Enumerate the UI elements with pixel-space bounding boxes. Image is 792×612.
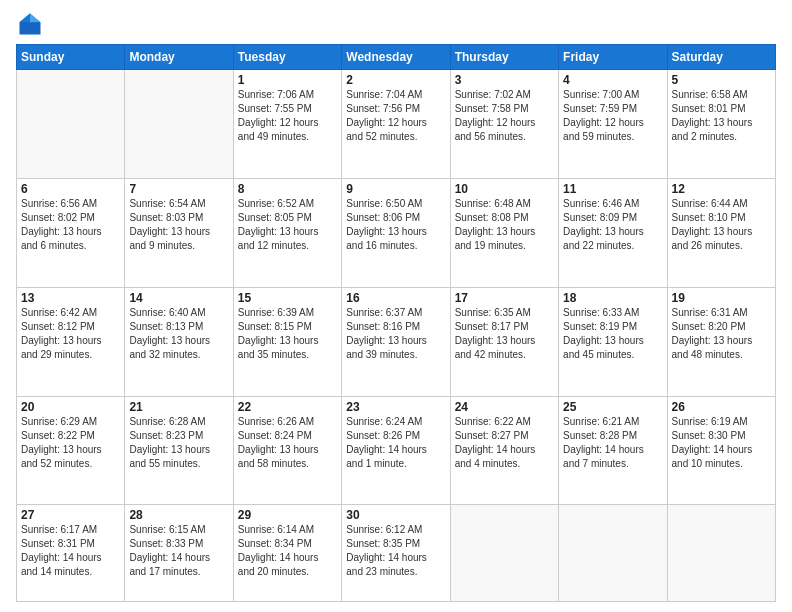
day-info: Sunrise: 6:52 AM Sunset: 8:05 PM Dayligh… bbox=[238, 197, 337, 253]
calendar-week-row: 6Sunrise: 6:56 AM Sunset: 8:02 PM Daylig… bbox=[17, 178, 776, 287]
svg-marker-1 bbox=[30, 14, 41, 23]
day-info: Sunrise: 6:24 AM Sunset: 8:26 PM Dayligh… bbox=[346, 415, 445, 471]
day-number: 3 bbox=[455, 73, 554, 87]
calendar-cell: 13Sunrise: 6:42 AM Sunset: 8:12 PM Dayli… bbox=[17, 287, 125, 396]
calendar-cell: 9Sunrise: 6:50 AM Sunset: 8:06 PM Daylig… bbox=[342, 178, 450, 287]
day-info: Sunrise: 6:42 AM Sunset: 8:12 PM Dayligh… bbox=[21, 306, 120, 362]
day-info: Sunrise: 6:26 AM Sunset: 8:24 PM Dayligh… bbox=[238, 415, 337, 471]
day-info: Sunrise: 6:35 AM Sunset: 8:17 PM Dayligh… bbox=[455, 306, 554, 362]
day-number: 24 bbox=[455, 400, 554, 414]
calendar-cell bbox=[17, 70, 125, 179]
calendar-header-sunday: Sunday bbox=[17, 45, 125, 70]
day-info: Sunrise: 7:04 AM Sunset: 7:56 PM Dayligh… bbox=[346, 88, 445, 144]
calendar-header-thursday: Thursday bbox=[450, 45, 558, 70]
day-info: Sunrise: 6:58 AM Sunset: 8:01 PM Dayligh… bbox=[672, 88, 771, 144]
day-info: Sunrise: 6:50 AM Sunset: 8:06 PM Dayligh… bbox=[346, 197, 445, 253]
day-number: 27 bbox=[21, 508, 120, 522]
calendar-cell: 27Sunrise: 6:17 AM Sunset: 8:31 PM Dayli… bbox=[17, 505, 125, 602]
day-info: Sunrise: 6:54 AM Sunset: 8:03 PM Dayligh… bbox=[129, 197, 228, 253]
day-info: Sunrise: 6:46 AM Sunset: 8:09 PM Dayligh… bbox=[563, 197, 662, 253]
day-number: 8 bbox=[238, 182, 337, 196]
day-number: 18 bbox=[563, 291, 662, 305]
day-number: 5 bbox=[672, 73, 771, 87]
day-info: Sunrise: 6:22 AM Sunset: 8:27 PM Dayligh… bbox=[455, 415, 554, 471]
calendar-cell: 18Sunrise: 6:33 AM Sunset: 8:19 PM Dayli… bbox=[559, 287, 667, 396]
day-number: 7 bbox=[129, 182, 228, 196]
calendar-cell: 11Sunrise: 6:46 AM Sunset: 8:09 PM Dayli… bbox=[559, 178, 667, 287]
calendar-cell: 21Sunrise: 6:28 AM Sunset: 8:23 PM Dayli… bbox=[125, 396, 233, 505]
header bbox=[16, 10, 776, 38]
day-number: 21 bbox=[129, 400, 228, 414]
day-info: Sunrise: 7:02 AM Sunset: 7:58 PM Dayligh… bbox=[455, 88, 554, 144]
day-number: 4 bbox=[563, 73, 662, 87]
day-number: 6 bbox=[21, 182, 120, 196]
day-number: 16 bbox=[346, 291, 445, 305]
calendar-cell bbox=[667, 505, 775, 602]
day-number: 26 bbox=[672, 400, 771, 414]
day-number: 22 bbox=[238, 400, 337, 414]
day-number: 19 bbox=[672, 291, 771, 305]
calendar-cell: 24Sunrise: 6:22 AM Sunset: 8:27 PM Dayli… bbox=[450, 396, 558, 505]
day-number: 28 bbox=[129, 508, 228, 522]
calendar-cell: 19Sunrise: 6:31 AM Sunset: 8:20 PM Dayli… bbox=[667, 287, 775, 396]
day-number: 13 bbox=[21, 291, 120, 305]
day-number: 20 bbox=[21, 400, 120, 414]
calendar-cell: 15Sunrise: 6:39 AM Sunset: 8:15 PM Dayli… bbox=[233, 287, 341, 396]
day-info: Sunrise: 6:21 AM Sunset: 8:28 PM Dayligh… bbox=[563, 415, 662, 471]
day-number: 1 bbox=[238, 73, 337, 87]
day-number: 25 bbox=[563, 400, 662, 414]
calendar-cell bbox=[125, 70, 233, 179]
day-number: 10 bbox=[455, 182, 554, 196]
day-info: Sunrise: 6:56 AM Sunset: 8:02 PM Dayligh… bbox=[21, 197, 120, 253]
calendar-week-row: 1Sunrise: 7:06 AM Sunset: 7:55 PM Daylig… bbox=[17, 70, 776, 179]
calendar-cell: 23Sunrise: 6:24 AM Sunset: 8:26 PM Dayli… bbox=[342, 396, 450, 505]
day-number: 14 bbox=[129, 291, 228, 305]
page: SundayMondayTuesdayWednesdayThursdayFrid… bbox=[0, 0, 792, 612]
day-number: 2 bbox=[346, 73, 445, 87]
day-number: 12 bbox=[672, 182, 771, 196]
day-info: Sunrise: 6:12 AM Sunset: 8:35 PM Dayligh… bbox=[346, 523, 445, 579]
calendar-week-row: 20Sunrise: 6:29 AM Sunset: 8:22 PM Dayli… bbox=[17, 396, 776, 505]
calendar-header-wednesday: Wednesday bbox=[342, 45, 450, 70]
calendar-cell: 17Sunrise: 6:35 AM Sunset: 8:17 PM Dayli… bbox=[450, 287, 558, 396]
day-number: 17 bbox=[455, 291, 554, 305]
calendar-cell: 16Sunrise: 6:37 AM Sunset: 8:16 PM Dayli… bbox=[342, 287, 450, 396]
day-info: Sunrise: 6:44 AM Sunset: 8:10 PM Dayligh… bbox=[672, 197, 771, 253]
calendar-cell: 7Sunrise: 6:54 AM Sunset: 8:03 PM Daylig… bbox=[125, 178, 233, 287]
calendar-table: SundayMondayTuesdayWednesdayThursdayFrid… bbox=[16, 44, 776, 602]
day-info: Sunrise: 6:40 AM Sunset: 8:13 PM Dayligh… bbox=[129, 306, 228, 362]
calendar-cell: 20Sunrise: 6:29 AM Sunset: 8:22 PM Dayli… bbox=[17, 396, 125, 505]
calendar-cell: 10Sunrise: 6:48 AM Sunset: 8:08 PM Dayli… bbox=[450, 178, 558, 287]
day-info: Sunrise: 6:28 AM Sunset: 8:23 PM Dayligh… bbox=[129, 415, 228, 471]
calendar-cell: 26Sunrise: 6:19 AM Sunset: 8:30 PM Dayli… bbox=[667, 396, 775, 505]
day-info: Sunrise: 6:33 AM Sunset: 8:19 PM Dayligh… bbox=[563, 306, 662, 362]
calendar-cell: 5Sunrise: 6:58 AM Sunset: 8:01 PM Daylig… bbox=[667, 70, 775, 179]
calendar-cell: 8Sunrise: 6:52 AM Sunset: 8:05 PM Daylig… bbox=[233, 178, 341, 287]
calendar-header-monday: Monday bbox=[125, 45, 233, 70]
day-number: 15 bbox=[238, 291, 337, 305]
calendar-cell: 12Sunrise: 6:44 AM Sunset: 8:10 PM Dayli… bbox=[667, 178, 775, 287]
day-number: 23 bbox=[346, 400, 445, 414]
day-info: Sunrise: 6:29 AM Sunset: 8:22 PM Dayligh… bbox=[21, 415, 120, 471]
calendar-cell: 3Sunrise: 7:02 AM Sunset: 7:58 PM Daylig… bbox=[450, 70, 558, 179]
calendar-header-friday: Friday bbox=[559, 45, 667, 70]
calendar-cell: 30Sunrise: 6:12 AM Sunset: 8:35 PM Dayli… bbox=[342, 505, 450, 602]
calendar-header-saturday: Saturday bbox=[667, 45, 775, 70]
day-info: Sunrise: 6:48 AM Sunset: 8:08 PM Dayligh… bbox=[455, 197, 554, 253]
calendar-cell: 2Sunrise: 7:04 AM Sunset: 7:56 PM Daylig… bbox=[342, 70, 450, 179]
day-info: Sunrise: 6:14 AM Sunset: 8:34 PM Dayligh… bbox=[238, 523, 337, 579]
calendar-cell: 25Sunrise: 6:21 AM Sunset: 8:28 PM Dayli… bbox=[559, 396, 667, 505]
calendar-cell: 14Sunrise: 6:40 AM Sunset: 8:13 PM Dayli… bbox=[125, 287, 233, 396]
calendar-cell: 28Sunrise: 6:15 AM Sunset: 8:33 PM Dayli… bbox=[125, 505, 233, 602]
calendar-cell bbox=[559, 505, 667, 602]
calendar-cell: 29Sunrise: 6:14 AM Sunset: 8:34 PM Dayli… bbox=[233, 505, 341, 602]
calendar-header-row: SundayMondayTuesdayWednesdayThursdayFrid… bbox=[17, 45, 776, 70]
day-info: Sunrise: 6:39 AM Sunset: 8:15 PM Dayligh… bbox=[238, 306, 337, 362]
calendar-header-tuesday: Tuesday bbox=[233, 45, 341, 70]
calendar-cell: 1Sunrise: 7:06 AM Sunset: 7:55 PM Daylig… bbox=[233, 70, 341, 179]
day-info: Sunrise: 6:31 AM Sunset: 8:20 PM Dayligh… bbox=[672, 306, 771, 362]
day-number: 11 bbox=[563, 182, 662, 196]
day-info: Sunrise: 6:37 AM Sunset: 8:16 PM Dayligh… bbox=[346, 306, 445, 362]
day-info: Sunrise: 6:17 AM Sunset: 8:31 PM Dayligh… bbox=[21, 523, 120, 579]
calendar-cell bbox=[450, 505, 558, 602]
